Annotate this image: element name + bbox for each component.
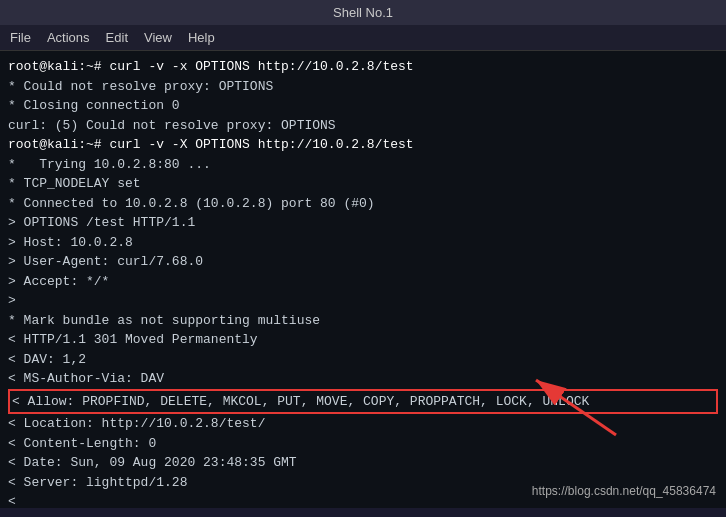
menu-file[interactable]: File	[10, 30, 31, 45]
terminal-line: < Date: Sun, 09 Aug 2020 23:48:35 GMT	[8, 453, 718, 473]
terminal-line: * Trying 10.0.2.8:80 ...	[8, 155, 718, 175]
watermark: https://blog.csdn.net/qq_45836474	[532, 482, 716, 500]
title-bar: Shell No.1	[0, 0, 726, 25]
terminal: root@kali:~# curl -v -x OPTIONS http://1…	[0, 51, 726, 508]
terminal-line: * Could not resolve proxy: OPTIONS	[8, 77, 718, 97]
window-title: Shell No.1	[333, 5, 393, 20]
terminal-line: curl: (5) Could not resolve proxy: OPTIO…	[8, 116, 718, 136]
svg-line-1	[536, 380, 616, 435]
annotation-arrow	[506, 360, 626, 440]
menu-edit[interactable]: Edit	[106, 30, 128, 45]
terminal-line: * Closing connection 0	[8, 96, 718, 116]
terminal-line: > User-Agent: curl/7.68.0	[8, 252, 718, 272]
terminal-line: * TCP_NODELAY set	[8, 174, 718, 194]
terminal-line: * Mark bundle as not supporting multiuse	[8, 311, 718, 331]
terminal-line: >	[8, 291, 718, 311]
terminal-line: root@kali:~# curl -v -X OPTIONS http://1…	[8, 135, 718, 155]
terminal-line: root@kali:~# curl -v -x OPTIONS http://1…	[8, 57, 718, 77]
menu-actions[interactable]: Actions	[47, 30, 90, 45]
terminal-line: > Accept: */*	[8, 272, 718, 292]
terminal-line: * Connected to 10.0.2.8 (10.0.2.8) port …	[8, 194, 718, 214]
menu-help[interactable]: Help	[188, 30, 215, 45]
menu-view[interactable]: View	[144, 30, 172, 45]
menu-bar: File Actions Edit View Help	[0, 25, 726, 51]
terminal-line: > OPTIONS /test HTTP/1.1	[8, 213, 718, 233]
terminal-line: < HTTP/1.1 301 Moved Permanently	[8, 330, 718, 350]
terminal-line: > Host: 10.0.2.8	[8, 233, 718, 253]
